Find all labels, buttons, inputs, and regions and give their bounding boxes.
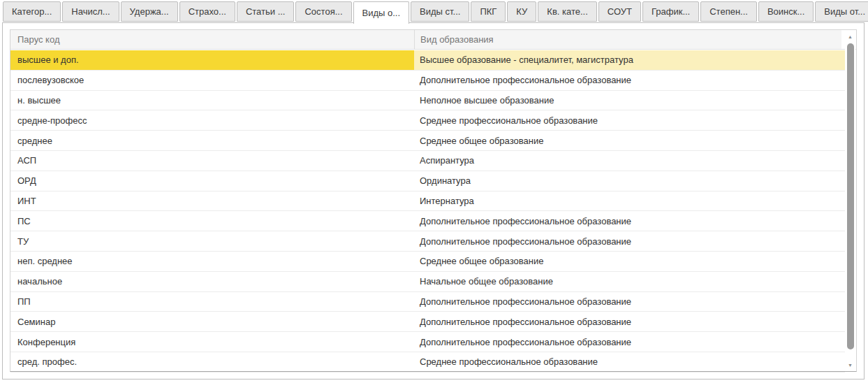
- cell-education-type[interactable]: Высшее образование - специалитет, магист…: [414, 50, 845, 70]
- cell-parus-code[interactable]: ИНТ: [10, 192, 414, 211]
- table-row[interactable]: неп. среднее Среднее общее образование: [10, 252, 845, 272]
- tab-1[interactable]: Начисл...: [62, 1, 119, 22]
- tab-7[interactable]: Виды ст...: [411, 1, 469, 22]
- cell-education-type[interactable]: Среднее общее образование: [414, 252, 845, 271]
- cell-parus-code[interactable]: послевузовское: [10, 71, 414, 90]
- tab-9[interactable]: КУ: [507, 1, 536, 22]
- column-header-parus-code[interactable]: Парус код: [10, 30, 414, 49]
- table-row[interactable]: Конференция Дополнительное профессиональ…: [10, 332, 845, 352]
- tab-label: Категор...: [12, 6, 52, 17]
- cell-education-type[interactable]: Среднее профессиональное образование: [414, 352, 845, 372]
- cell-education-type[interactable]: Начальное общее образование: [414, 272, 845, 291]
- table-row[interactable]: сред. профес. Среднее профессиональное о…: [10, 352, 845, 373]
- tab-12[interactable]: График...: [642, 1, 699, 22]
- tab-4[interactable]: Статьи ...: [237, 1, 295, 22]
- tab-label: ПКГ: [480, 6, 496, 17]
- tab-label: СОУТ: [608, 6, 632, 17]
- table-row[interactable]: АСП Аспирантура: [10, 151, 845, 171]
- table-row[interactable]: ИНТ Интернатура: [10, 192, 845, 212]
- tab-label: Страхо...: [189, 6, 226, 17]
- table-row[interactable]: средне-професс Среднее профессиональное …: [10, 110, 845, 131]
- table-body: высшее и доп. Высшее образование - специ…: [10, 50, 856, 371]
- scroll-down-icon: ▼: [848, 363, 853, 368]
- cell-parus-code[interactable]: сред. профес.: [10, 352, 414, 372]
- table-row[interactable]: среднее Среднее общее образование: [10, 131, 845, 151]
- cell-education-type[interactable]: Среднее профессиональное образование: [414, 110, 845, 130]
- tab-label: Виды от...: [824, 6, 865, 17]
- tab-15[interactable]: Виды от...: [815, 1, 868, 22]
- tab-label: Степен...: [709, 6, 748, 17]
- content-panel: Парус код Вид образования высшее и доп. …: [2, 22, 865, 380]
- cell-parus-code[interactable]: АСП: [10, 151, 414, 171]
- scrollbar-thumb[interactable]: [847, 43, 854, 349]
- tab-label: График...: [652, 6, 690, 17]
- tab-11[interactable]: СОУТ: [598, 1, 641, 22]
- cell-parus-code[interactable]: ТУ: [10, 231, 414, 251]
- tab-label: Состоя...: [304, 6, 342, 17]
- cell-parus-code[interactable]: среднее: [10, 131, 414, 150]
- cell-parus-code[interactable]: средне-професс: [10, 110, 414, 130]
- cell-parus-code[interactable]: ОРД: [10, 171, 414, 191]
- cell-parus-code[interactable]: Конференция: [10, 332, 414, 352]
- tab-2[interactable]: Удержа...: [121, 1, 178, 22]
- table-row[interactable]: высшее и доп. Высшее образование - специ…: [10, 50, 845, 71]
- scroll-up-button[interactable]: ▲: [845, 31, 855, 42]
- tab-label: КУ: [516, 6, 527, 17]
- tab-label: Статьи ...: [246, 6, 286, 17]
- cell-parus-code[interactable]: начальное: [10, 272, 414, 291]
- cell-parus-code[interactable]: ПП: [10, 292, 414, 312]
- tab-0[interactable]: Категор...: [3, 1, 61, 22]
- cell-education-type[interactable]: Ординатура: [414, 171, 845, 191]
- table-row[interactable]: начальное Начальное общее образование: [10, 272, 845, 292]
- cell-parus-code[interactable]: высшее и доп.: [10, 50, 414, 70]
- cell-education-type[interactable]: Дополнительное профессиональное образова…: [414, 231, 845, 251]
- column-header-education-type[interactable]: Вид образования: [414, 30, 841, 49]
- education-types-table: Парус код Вид образования высшее и доп. …: [10, 29, 857, 372]
- tab-8[interactable]: ПКГ: [471, 1, 506, 22]
- tab-bar: Категор... Начисл... Удержа... Страхо...…: [3, 1, 868, 24]
- tab-label: Кв. кате...: [547, 6, 588, 17]
- tab-label: Воинск...: [767, 6, 804, 17]
- cell-education-type[interactable]: Дополнительное профессиональное образова…: [414, 71, 845, 90]
- cell-education-type[interactable]: Неполное высшее образование: [414, 91, 845, 110]
- cell-parus-code[interactable]: ПС: [10, 211, 414, 231]
- table-header-row: Парус код Вид образования: [10, 30, 856, 50]
- table-row[interactable]: послевузовское Дополнительное профессион…: [10, 71, 845, 91]
- table-row[interactable]: ТУ Дополнительное профессиональное образ…: [10, 231, 845, 252]
- cell-parus-code[interactable]: Семинар: [10, 312, 414, 331]
- tab-label: Удержа...: [130, 6, 169, 17]
- tab-label: Виды о...: [362, 8, 401, 18]
- cell-education-type[interactable]: Дополнительное профессиональное образова…: [414, 211, 845, 231]
- cell-education-type[interactable]: Аспирантура: [414, 151, 845, 171]
- tab-6[interactable]: Виды о...: [353, 1, 410, 24]
- scrollbar-track[interactable]: [847, 42, 854, 359]
- tab-13[interactable]: Степен...: [700, 1, 757, 22]
- tab-14[interactable]: Воинск...: [758, 1, 814, 22]
- scroll-down-button[interactable]: ▼: [845, 359, 855, 370]
- cell-education-type[interactable]: Дополнительное профессиональное образова…: [414, 292, 845, 312]
- table-row[interactable]: Семинар Дополнительное профессиональное …: [10, 312, 845, 332]
- tab-label: Виды ст...: [420, 6, 460, 17]
- scroll-up-icon: ▲: [848, 34, 853, 39]
- cell-parus-code[interactable]: неп. среднее: [10, 252, 414, 271]
- table-row[interactable]: н. высшее Неполное высшее образование: [10, 91, 845, 111]
- cell-education-type[interactable]: Дополнительное профессиональное образова…: [414, 332, 845, 352]
- tab-10[interactable]: Кв. кате...: [538, 1, 597, 22]
- tab-3[interactable]: Страхо...: [179, 1, 235, 22]
- table-row[interactable]: ПП Дополнительное профессиональное образ…: [10, 292, 845, 312]
- cell-parus-code[interactable]: н. высшее: [10, 91, 414, 110]
- cell-education-type[interactable]: Дополнительное профессиональное образова…: [414, 312, 845, 331]
- table-row[interactable]: ПС Дополнительное профессиональное образ…: [10, 211, 845, 231]
- table-row[interactable]: ОРД Ординатура: [10, 171, 845, 192]
- vertical-scrollbar[interactable]: ▲ ▼: [845, 31, 855, 370]
- tab-label: Начисл...: [71, 6, 110, 17]
- tab-5[interactable]: Состоя...: [295, 1, 351, 22]
- cell-education-type[interactable]: Интернатура: [414, 192, 845, 211]
- cell-education-type[interactable]: Среднее общее образование: [414, 131, 845, 150]
